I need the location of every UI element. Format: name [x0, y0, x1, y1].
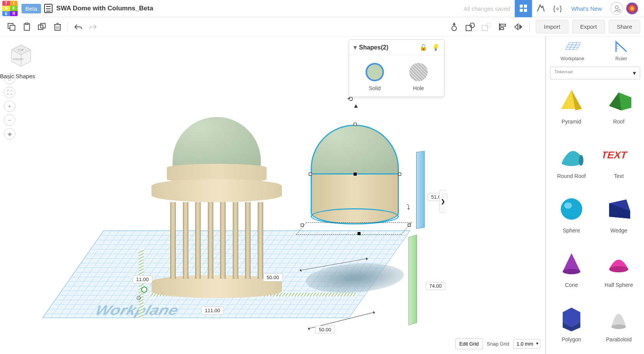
svg-rect-35	[565, 43, 581, 49]
inspector-title: Shapes(2)	[359, 44, 388, 51]
app-header: TIN KER Beta SWA Dome with Columns_Beta …	[0, 0, 644, 17]
tinkercad-logo[interactable]: TIN KER	[2, 1, 18, 16]
svg-text:TOP: TOP	[18, 48, 24, 52]
whats-new-link[interactable]: What's New	[567, 5, 606, 12]
svg-line-37	[573, 43, 577, 49]
ruler-tool[interactable]: Ruler	[613, 40, 630, 61]
show-all-button[interactable]	[446, 19, 462, 35]
document-title[interactable]: SWA Dome with Columns_Beta	[56, 5, 153, 12]
svg-point-5	[615, 6, 618, 9]
export-button[interactable]: Export	[572, 20, 605, 33]
svg-text:FRONT: FRONT	[13, 58, 24, 61]
main-area: TOP FRONT ⌂ ⛶ + − ◈ Workplane ⊙	[0, 36, 644, 354]
svg-rect-1	[524, 5, 527, 8]
delete-button[interactable]	[50, 19, 65, 35]
workplane-tool[interactable]: Workplane	[560, 40, 584, 61]
svg-rect-9	[10, 25, 15, 30]
edit-toolbar: Import Export Share	[0, 17, 644, 36]
save-status: All changes saved	[464, 5, 511, 12]
design-mode-button[interactable]	[515, 0, 532, 17]
svg-line-36	[569, 43, 573, 49]
duplicate-button[interactable]	[35, 19, 50, 35]
svg-rect-11	[26, 23, 28, 25]
group-button[interactable]	[463, 19, 478, 35]
mirror-button[interactable]	[511, 19, 526, 35]
undo-button[interactable]	[70, 19, 86, 35]
lock-icon[interactable]: 🔓	[420, 44, 427, 51]
svg-rect-2	[520, 9, 523, 12]
add-user-avatar[interactable]: +	[610, 2, 623, 15]
blocks-mode-button[interactable]	[532, 0, 549, 17]
svg-rect-24	[482, 25, 488, 31]
svg-rect-3	[524, 9, 527, 12]
document-icon[interactable]	[44, 4, 53, 13]
inspector-header: ▾ Shapes(2) 🔓 💡	[349, 40, 444, 55]
view-cube[interactable]: TOP FRONT	[8, 40, 35, 67]
redo-button[interactable]	[86, 19, 101, 35]
ruler-tool-label: Ruler	[615, 56, 627, 61]
library-name: Basic Shapes	[0, 73, 644, 354]
lightbulb-icon[interactable]: 💡	[432, 44, 440, 51]
svg-text:{∘}: {∘}	[553, 5, 562, 12]
share-button[interactable]: Share	[609, 20, 640, 33]
user-avatar[interactable]	[626, 2, 639, 15]
align-button[interactable]	[495, 19, 510, 35]
svg-rect-27	[500, 24, 506, 26]
svg-text:+: +	[618, 9, 620, 12]
shapes-sidebar: Workplane Ruler Tinkercad Basic Shapes P…	[546, 36, 644, 354]
ungroup-button[interactable]	[479, 19, 494, 35]
paste-button[interactable]	[19, 19, 35, 35]
svg-rect-22	[466, 25, 471, 31]
svg-rect-0	[520, 5, 523, 8]
shape-library-select[interactable]: Tinkercad Basic Shapes	[550, 67, 640, 79]
svg-rect-28	[500, 28, 504, 30]
code-mode-button[interactable]: {∘}	[549, 0, 567, 17]
import-button[interactable]: Import	[536, 20, 568, 33]
copy-button[interactable]	[4, 19, 19, 35]
workplane-tool-label: Workplane	[560, 56, 584, 61]
beta-badge: Beta	[21, 4, 41, 13]
svg-point-20	[452, 26, 456, 31]
